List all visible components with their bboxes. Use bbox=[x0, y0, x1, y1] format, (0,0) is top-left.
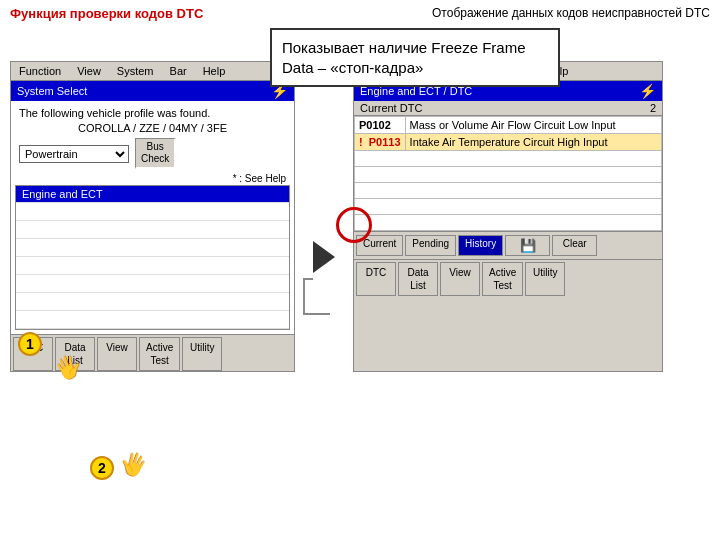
save-button[interactable]: 💾 bbox=[505, 235, 550, 256]
dtc-desc-1: Mass or Volume Air Flow Circuit Low Inpu… bbox=[405, 117, 661, 134]
dtc-empty-5 bbox=[355, 215, 662, 231]
dtc-code-2: ! P0113 bbox=[355, 134, 406, 151]
right-tab-utility[interactable]: Utility bbox=[525, 262, 565, 296]
see-help-text: * : See Help bbox=[15, 172, 290, 185]
callout-box: Показывает наличие Freeze Frame Data – «… bbox=[270, 28, 560, 87]
current-dtc-label: Current DTC bbox=[360, 102, 422, 114]
left-list-area: Engine and ECT bbox=[15, 185, 290, 330]
dtc-empty-1 bbox=[355, 151, 662, 167]
arrow-icon bbox=[313, 241, 335, 273]
list-item-6 bbox=[16, 275, 289, 293]
left-menu-help[interactable]: Help bbox=[199, 64, 230, 78]
dtc-empty-2 bbox=[355, 167, 662, 183]
dtc-row-2: ! P0113 Intake Air Temperature Circuit H… bbox=[355, 134, 662, 151]
list-item-2 bbox=[16, 203, 289, 221]
dtc-table: P0102 Mass or Volume Air Flow Circuit Lo… bbox=[354, 116, 662, 231]
right-win-content: P0102 Mass or Volume Air Flow Circuit Lo… bbox=[354, 116, 662, 231]
filter-tab-history[interactable]: History bbox=[458, 235, 503, 256]
powertrain-dropdown[interactable]: Powertrain bbox=[19, 145, 129, 163]
left-window-title: System Select bbox=[17, 85, 87, 97]
list-item-3 bbox=[16, 221, 289, 239]
current-dtc-count: 2 bbox=[650, 102, 656, 114]
left-corolla-text: COROLLA / ZZE / 04MY / 3FE bbox=[15, 121, 290, 135]
dtc-desc-2: Intake Air Temperature Circuit High Inpu… bbox=[405, 134, 661, 151]
dtc-code-1: P0102 bbox=[355, 117, 406, 134]
left-tab-activetest[interactable]: ActiveTest bbox=[139, 337, 180, 371]
left-tab-utility[interactable]: Utility bbox=[182, 337, 222, 371]
circle-highlight bbox=[336, 207, 372, 243]
right-tab-activetest[interactable]: ActiveTest bbox=[482, 262, 523, 296]
filter-tabs-row: Current Pending History 💾 Clear bbox=[354, 231, 662, 259]
right-lightning-icon: ⚡ bbox=[639, 83, 656, 99]
left-menu-system[interactable]: System bbox=[113, 64, 158, 78]
right-tab-dtc[interactable]: DTC bbox=[356, 262, 396, 296]
left-panel: Function View System Bar Help System Sel… bbox=[10, 61, 295, 372]
left-menu-function[interactable]: Function bbox=[15, 64, 65, 78]
header-right: Отображение данных кодов неисправностей … bbox=[432, 6, 710, 21]
right-bottom-tabs: DTC DataList View ActiveTest Utility bbox=[354, 259, 662, 296]
right-tab-datalist[interactable]: DataList bbox=[398, 262, 438, 296]
hand-icon-2: 🖐 bbox=[116, 448, 150, 482]
connector-line-h1 bbox=[303, 278, 313, 280]
callout-text: Показывает наличие Freeze Frame Data – «… bbox=[282, 39, 526, 76]
filter-tab-pending[interactable]: Pending bbox=[405, 235, 456, 256]
dtc-row-1: P0102 Mass or Volume Air Flow Circuit Lo… bbox=[355, 117, 662, 134]
left-win-content: The following vehicle profile was found.… bbox=[11, 101, 294, 334]
right-panel: Function View System Bar Help Engine and… bbox=[353, 61, 663, 372]
connector-line-v bbox=[303, 278, 305, 313]
panel-arrow bbox=[313, 141, 335, 372]
left-menu-bar: Function View System Bar Help bbox=[11, 62, 294, 81]
badge-1: 1 bbox=[18, 332, 42, 356]
left-menu-view[interactable]: View bbox=[73, 64, 105, 78]
page-header: Функция проверки кодов DTC Отображение д… bbox=[0, 0, 720, 25]
left-title-bar: System Select ⚡ bbox=[11, 81, 294, 101]
list-item-engine-ect[interactable]: Engine and ECT bbox=[16, 186, 289, 203]
left-tab-view[interactable]: View bbox=[97, 337, 137, 371]
dtc-empty-3 bbox=[355, 183, 662, 199]
badge-2: 2 bbox=[90, 456, 114, 480]
list-item-7 bbox=[16, 293, 289, 311]
header-left: Функция проверки кодов DTC bbox=[10, 6, 203, 21]
left-menu-bar[interactable]: Bar bbox=[166, 64, 191, 78]
bus-check-button[interactable]: BusCheck bbox=[135, 138, 176, 169]
list-item-4 bbox=[16, 239, 289, 257]
left-info-text: The following vehicle profile was found. bbox=[15, 105, 290, 121]
list-item-5 bbox=[16, 257, 289, 275]
dtc-empty-4 bbox=[355, 199, 662, 215]
list-item-8 bbox=[16, 311, 289, 329]
current-dtc-row: Current DTC 2 bbox=[354, 101, 662, 116]
filter-tab-clear[interactable]: Clear bbox=[552, 235, 597, 256]
left-dropdown-row: Powertrain BusCheck bbox=[15, 135, 290, 172]
right-tab-view[interactable]: View bbox=[440, 262, 480, 296]
